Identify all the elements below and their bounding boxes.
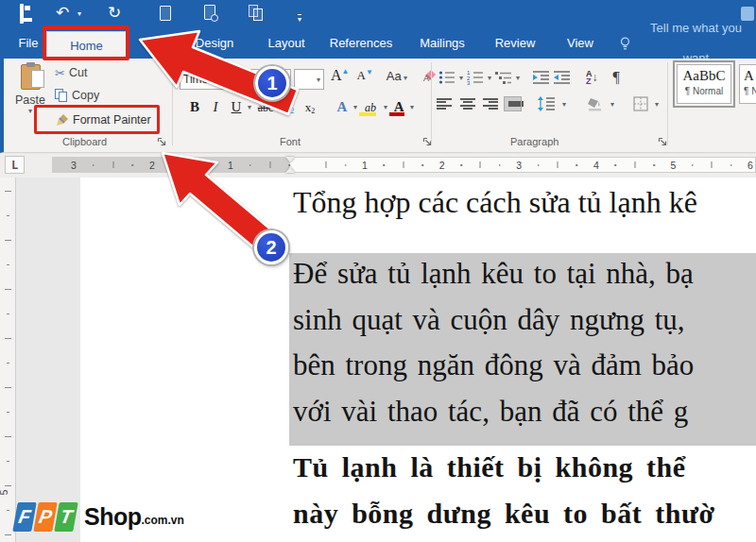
style-sample: AaBbC — [678, 65, 730, 86]
ruler-number: 1 — [362, 159, 368, 172]
numbering-dropdown-icon[interactable]: ▾ — [488, 74, 491, 82]
grow-font-button[interactable]: A▲ — [331, 67, 349, 84]
ruler-tick — [384, 164, 386, 166]
font-group-label: Font — [280, 136, 301, 147]
style-normal[interactable]: AaBbC ¶ Normal — [677, 64, 731, 104]
highlight-dropdown-icon[interactable]: ▾ — [384, 103, 387, 111]
justify-button[interactable] — [505, 97, 521, 110]
tab-references[interactable]: References — [327, 28, 395, 59]
align-left-button[interactable] — [437, 97, 453, 110]
print-preview-icon[interactable] — [204, 5, 215, 20]
copy-label: Copy — [72, 89, 99, 102]
tab-review[interactable]: Review — [489, 28, 541, 59]
tab-layout[interactable]: Layout — [261, 28, 312, 59]
change-case-label: Aa — [387, 69, 402, 83]
bold-button[interactable]: B — [185, 96, 204, 117]
subscript-button[interactable]: x2 — [280, 96, 299, 117]
horizontal-ruler[interactable]: 321123456 — [52, 157, 756, 173]
selected-text-block[interactable]: Để sửa tủ lạnh kêu to tại nhà, bạ sinh q… — [289, 253, 756, 446]
ruler-tick — [558, 161, 558, 168]
ruler-tick — [403, 161, 404, 168]
bold-paragraph-line: Tủ lạnh là thiết bị không thể — [293, 451, 686, 483]
tab-file[interactable]: File — [9, 28, 47, 59]
ruler-number: 1 — [228, 159, 233, 172]
borders-button[interactable] — [633, 96, 648, 111]
selected-line: Để sửa tủ lạnh kêu to tại nhà, bạ — [293, 257, 694, 291]
align-center-button[interactable] — [459, 97, 475, 110]
customize-quick-access-icon[interactable]: ▾ — [298, 8, 301, 25]
decrease-indent-button[interactable] — [533, 70, 550, 85]
tab-design[interactable]: Design — [189, 28, 240, 59]
text-effects-button[interactable]: A — [333, 96, 352, 117]
ruler-number: 4 — [593, 159, 599, 172]
ruler-tick — [480, 161, 481, 168]
ruler-number: 2 — [439, 159, 445, 172]
copy-button[interactable]: Copy — [55, 87, 99, 104]
numbering-button[interactable]: 123 — [467, 70, 484, 85]
tab-mailings[interactable]: Mailings — [412, 28, 472, 59]
document-page[interactable]: Tổng hợp các cách sửa tủ lạnh kê Để sửa … — [80, 178, 756, 542]
undo-icon[interactable]: ↶ — [56, 2, 69, 23]
vertical-ruler[interactable]: 5 — [0, 178, 16, 542]
italic-button[interactable]: I — [206, 96, 225, 117]
vertical-ruler-tick — [7, 215, 9, 216]
shrink-font-button[interactable]: A▼ — [356, 68, 372, 83]
change-case-button[interactable]: Aa ▾ — [387, 69, 407, 83]
new-document-icon[interactable] — [160, 6, 171, 21]
format-painter-highlight-box — [34, 105, 160, 134]
fptshop-logo: F P T Shop .com.vn — [15, 495, 232, 538]
font-size-combo[interactable]: ▾ — [294, 69, 324, 90]
font-color-button[interactable]: A — [389, 96, 408, 117]
font-color-dropdown-icon[interactable]: ▾ — [410, 103, 414, 111]
first-line-indent-marker[interactable] — [285, 157, 295, 162]
redo-icon[interactable]: ↻ — [108, 2, 121, 23]
multilevel-list-button[interactable] — [495, 70, 512, 85]
ruler-tick — [653, 164, 655, 166]
ruler-tick — [460, 164, 462, 166]
borders-dropdown-icon[interactable]: ▾ — [655, 100, 659, 109]
vertical-ruler-number: 5 — [0, 490, 9, 496]
cut-button[interactable]: ✂ Cut — [55, 64, 87, 81]
multilevel-dropdown-icon[interactable]: ▾ — [516, 74, 520, 82]
superscript-button[interactable]: x2 — [301, 96, 319, 117]
style-next[interactable]: A ¶ N — [739, 64, 756, 104]
hanging-indent-marker[interactable] — [285, 167, 295, 173]
line-spacing-button[interactable] — [538, 96, 556, 111]
home-tab-highlight-box — [43, 25, 129, 60]
vertical-ruler-tick — [7, 313, 9, 314]
show-marks-button[interactable]: ¶ — [613, 69, 620, 86]
clear-formatting-button[interactable]: A — [422, 68, 438, 83]
tab-stop-selector[interactable]: L — [5, 156, 25, 174]
underline-dropdown-icon[interactable]: ▾ — [248, 103, 251, 111]
underline-button[interactable]: U — [227, 96, 246, 117]
tab-view[interactable]: View — [559, 28, 601, 59]
ruler-tick — [345, 164, 347, 166]
shading-button[interactable] — [587, 96, 604, 111]
ruler-tick — [210, 164, 212, 166]
cut-label: Cut — [69, 66, 87, 79]
text-effects-dropdown-icon[interactable]: ▾ — [353, 103, 357, 111]
copy-icon — [55, 89, 68, 103]
tell-me-box[interactable]: Tell me what you want — [620, 28, 756, 59]
clipboard-dialog-launcher-icon[interactable] — [157, 137, 167, 147]
line-spacing-dropdown-icon[interactable]: ▾ — [562, 100, 566, 109]
align-right-button[interactable] — [482, 97, 498, 110]
bullets-button[interactable] — [438, 70, 455, 85]
vertical-ruler-tick — [5, 485, 11, 486]
highlight-button[interactable]: ab — [359, 96, 382, 117]
selected-line: sinh quạt và cuộn dây ngưng tụ, — [293, 303, 685, 337]
ruler-tick — [634, 161, 635, 168]
undo-dropdown-icon[interactable]: ▾ — [77, 9, 81, 18]
increase-indent-button[interactable] — [554, 70, 571, 85]
document-area[interactable]: 5 Tổng hợp các cách sửa tủ lạnh kê Để sử… — [0, 178, 756, 542]
bullets-dropdown-icon[interactable]: ▾ — [459, 74, 463, 82]
sort-button[interactable]: AZ ↓ — [586, 70, 598, 85]
ruler-tick — [326, 161, 327, 168]
save-icon[interactable] — [20, 6, 24, 23]
ruler-tick — [93, 164, 94, 166]
shading-dropdown-icon[interactable]: ▾ — [610, 100, 614, 109]
svg-text:A: A — [423, 74, 429, 83]
font-name-value: Times New Ro — [183, 73, 257, 86]
document-title-line: Tổng hợp các cách sửa tủ lạnh kê — [293, 185, 697, 220]
ruler-tick — [131, 164, 133, 166]
